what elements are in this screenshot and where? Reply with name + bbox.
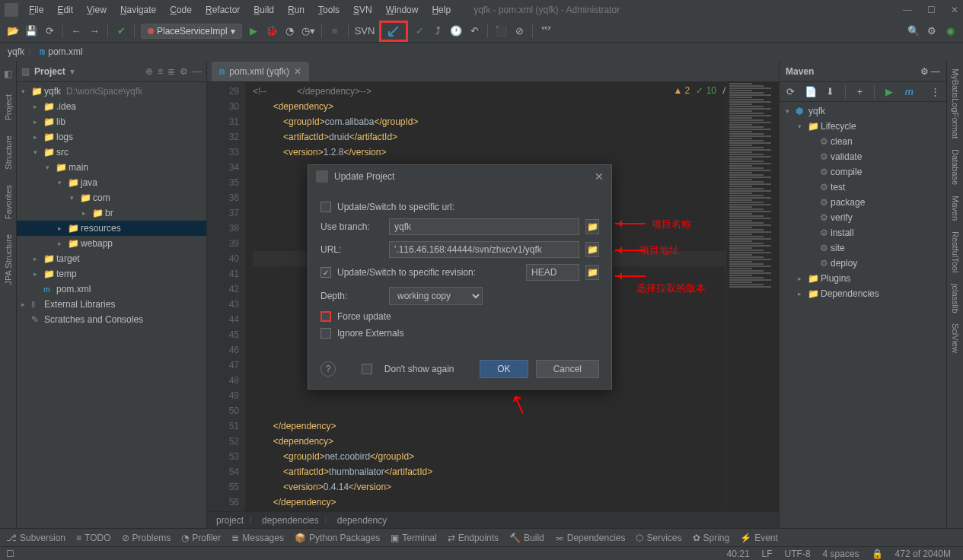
help-icon[interactable]: ? <box>320 361 336 377</box>
left-rail-project[interactable]: Project <box>4 94 13 120</box>
maven-node-lifecycle-validate[interactable]: ⚙ validate <box>780 149 946 164</box>
gear-icon[interactable]: ⚙ <box>920 66 929 77</box>
tree-node-temp[interactable]: ▸📁temp <box>17 266 206 282</box>
debug-icon[interactable]: 🐞 <box>265 24 279 38</box>
close-dialog-icon[interactable]: ✕ <box>595 170 604 183</box>
project-view-icon[interactable]: ▥ <box>21 66 30 77</box>
maven-node-lifecycle-install[interactable]: ⚙ install <box>780 225 946 240</box>
tree-node-root[interactable]: ▾📁yqfkD:\workSpace\yqfk <box>17 84 206 99</box>
tree-node-java[interactable]: ▾📁java <box>17 175 206 190</box>
menu-run[interactable]: Run <box>282 3 311 17</box>
editor-crumb[interactable]: project <box>216 515 244 526</box>
maven-node-lifecycle-deploy[interactable]: ⚙ deploy <box>780 256 946 271</box>
maven-node-lifecycle-test[interactable]: ⚙ test <box>780 180 946 195</box>
bottom-spring[interactable]: ✿Spring <box>693 533 730 543</box>
browse-branch-icon[interactable]: 📁 <box>585 219 599 234</box>
menu-window[interactable]: Window <box>380 3 425 17</box>
tree-node-target[interactable]: ▸📁target <box>17 251 206 266</box>
minimize-icon[interactable]: — <box>903 5 912 15</box>
right-rail-restfultool[interactable]: RestfulTool <box>951 231 960 272</box>
browse-revision-icon[interactable]: 📁 <box>585 265 599 280</box>
run-config-selector[interactable]: PlaceServiceImpl ▾ <box>141 24 242 39</box>
ok-button[interactable]: OK <box>480 360 528 378</box>
tree-node-.idea[interactable]: ▸📁.idea <box>17 99 206 114</box>
menu-file[interactable]: File <box>23 3 49 17</box>
back-icon[interactable]: ← <box>69 24 83 38</box>
right-rail-maven[interactable]: Maven <box>951 196 960 221</box>
editor-crumb[interactable]: dependency <box>337 515 387 526</box>
readonly-icon[interactable]: 🔒 <box>866 549 889 559</box>
maven-node-lifecycle-package[interactable]: ⚙ package <box>780 195 946 210</box>
tree-node-br[interactable]: ▸📁br <box>17 205 206 221</box>
add-icon[interactable]: + <box>853 85 867 99</box>
close-window-icon[interactable]: ✕ <box>951 5 958 15</box>
commit-icon[interactable]: ✓ <box>413 24 426 38</box>
bottom-endpoints[interactable]: ⇄Endpoints <box>448 533 499 543</box>
maximize-icon[interactable]: ☐ <box>927 5 936 15</box>
project-panel-title[interactable]: Project <box>34 66 65 77</box>
bottom-problems[interactable]: ⊘Problems <box>122 533 171 543</box>
switch-url-checkbox[interactable] <box>320 202 331 212</box>
menu-refactor[interactable]: Refactor <box>199 3 246 17</box>
forward-icon[interactable]: → <box>88 24 101 38</box>
maven-node-plugins[interactable]: ▸📁Plugins <box>780 271 946 286</box>
search-icon[interactable]: 🔍 <box>907 24 920 38</box>
status-icon[interactable]: ☐ <box>6 549 14 559</box>
save-icon[interactable]: 💾 <box>24 24 38 38</box>
tree-node-external-libraries[interactable]: ▸⫴External Libraries <box>17 297 206 312</box>
tree-node-com[interactable]: ▾📁com <box>17 190 206 205</box>
bottom-build[interactable]: 🔨Build <box>509 533 544 543</box>
ignore-externals-checkbox[interactable] <box>320 328 331 339</box>
open-icon[interactable]: 📂 <box>6 24 20 38</box>
download-icon[interactable]: ⬇ <box>824 85 837 99</box>
generate-sources-icon[interactable]: 📄 <box>804 85 818 99</box>
right-rail-database[interactable]: Database <box>951 149 960 185</box>
menu-navigate[interactable]: Navigate <box>114 3 162 17</box>
update-project-icon[interactable]: ⤴ <box>431 24 445 38</box>
tree-node-webapp[interactable]: ▸📁webapp <box>17 236 206 251</box>
menu-tools[interactable]: Tools <box>312 3 346 17</box>
tree-node-main[interactable]: ▾📁main <box>17 160 206 175</box>
bottom-services[interactable]: ⬡Services <box>636 533 681 543</box>
maven-node-lifecycle[interactable]: ▾📁Lifecycle <box>780 119 946 134</box>
reload-icon[interactable]: ⟳ <box>784 85 798 99</box>
gear-icon[interactable]: ⚙ <box>180 66 188 77</box>
bottom-dependencies[interactable]: ⫘Dependencies <box>555 533 626 543</box>
editor-crumb[interactable]: dependencies <box>262 515 319 526</box>
browse-url-icon[interactable]: 📁 <box>585 242 599 257</box>
depth-select[interactable]: working copy <box>389 287 483 305</box>
revision-input[interactable] <box>526 264 579 281</box>
chevron-down-icon[interactable]: ▾ <box>70 66 75 77</box>
file-encoding[interactable]: UTF-8 <box>779 549 817 559</box>
maven-m-icon[interactable]: m <box>902 85 916 99</box>
right-rail-mybatislogformat[interactable]: MyBatisLogFormat <box>951 68 960 138</box>
left-rail-favorites[interactable]: Favorites <box>4 185 13 219</box>
minimap[interactable] <box>725 82 779 511</box>
breadcrumb-file[interactable]: pom.xml <box>48 46 82 57</box>
plugin-icon[interactable]: ◉ <box>943 24 957 38</box>
more-icon[interactable]: ⋮ <box>928 85 942 99</box>
maven-node-lifecycle-clean[interactable]: ⚙ clean <box>780 134 946 149</box>
menu-view[interactable]: View <box>81 3 113 17</box>
maven-node-lifecycle-compile[interactable]: ⚙ compile <box>780 164 946 180</box>
coverage-icon[interactable]: ◔ <box>283 24 297 38</box>
maven-node-dependencies[interactable]: ▸📁Dependencies <box>780 286 946 301</box>
vcs-update-icon[interactable]: ✔ <box>114 24 128 38</box>
expand-all-icon[interactable]: ≡ <box>158 66 163 77</box>
menu-svn[interactable]: SVN <box>347 3 378 17</box>
bookmarks-icon[interactable]: ◧ <box>4 68 12 79</box>
rollback-icon[interactable]: ↶ <box>467 24 481 38</box>
editor-tab[interactable]: m pom.xml (yqfk) ✕ <box>212 62 309 81</box>
history-icon[interactable]: 🕐 <box>449 24 463 38</box>
dont-show-checkbox[interactable] <box>362 364 372 374</box>
right-rail-sciview[interactable]: SciView <box>951 323 960 353</box>
hide-panel-icon[interactable]: — <box>193 66 202 77</box>
bottom-todo[interactable]: ≡TODO <box>76 533 110 543</box>
menu-edit[interactable]: Edit <box>51 3 79 17</box>
hide-panel-icon[interactable]: — <box>931 66 940 77</box>
svn-label[interactable]: SVN <box>355 24 375 38</box>
tree-node-pom.xml[interactable]: mpom.xml <box>17 282 206 297</box>
bottom-terminal[interactable]: ▣Terminal <box>391 533 436 543</box>
right-rail-jclasslib[interactable]: jclasslib <box>951 284 960 313</box>
caret-position[interactable]: 40:21 <box>721 549 756 559</box>
